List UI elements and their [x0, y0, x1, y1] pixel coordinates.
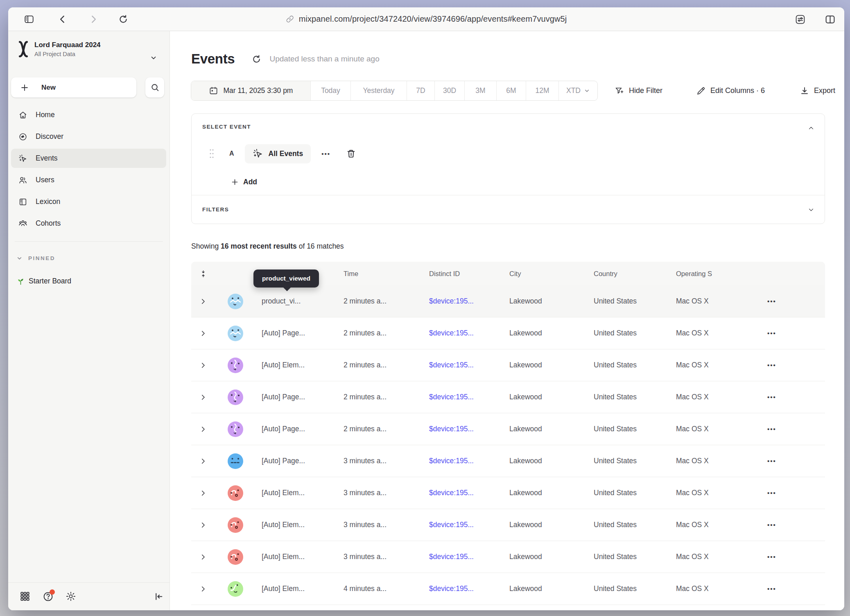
event-name[interactable]: [Auto] Elem... [262, 584, 344, 593]
hide-filter-button[interactable]: Hide Filter [615, 81, 662, 101]
table-row[interactable]: [Auto] Page... 2 minutes a... $device:19… [191, 413, 825, 445]
distinct-id-link[interactable]: $device:195... [429, 329, 509, 337]
sidebar-item-events[interactable]: Events [11, 149, 166, 168]
col-country[interactable]: Country [594, 270, 676, 278]
clause-more-button[interactable]: ••• [321, 150, 330, 157]
col-distinct-id[interactable]: Distinct ID [429, 270, 509, 278]
preset-xtd[interactable]: XTD [559, 81, 597, 100]
preset-30d[interactable]: 30D [435, 81, 465, 100]
country-cell: United States [594, 553, 676, 561]
export-button[interactable]: Export [800, 81, 835, 101]
row-more-button[interactable]: ••• [767, 426, 825, 433]
help-button[interactable] [42, 590, 54, 602]
col-city[interactable]: City [509, 270, 594, 278]
table-row[interactable]: [Auto] Elem... 4 minutes a... $device:19… [191, 573, 825, 605]
row-more-button[interactable]: ••• [767, 553, 825, 560]
chevron-down-icon[interactable] [807, 206, 815, 213]
search-button[interactable] [145, 77, 164, 97]
expand-row-button[interactable] [191, 426, 221, 433]
preset-6m[interactable]: 6M [497, 81, 526, 100]
distinct-id-link[interactable]: $device:195... [429, 361, 509, 369]
expand-row-button[interactable] [191, 457, 221, 465]
event-name[interactable]: [Auto] Elem... [262, 489, 344, 497]
collapse-all-icon[interactable] [191, 270, 221, 278]
row-more-button[interactable]: ••• [767, 585, 825, 592]
row-more-button[interactable]: ••• [767, 521, 825, 528]
distinct-id-link[interactable]: $device:195... [429, 553, 509, 561]
event-name[interactable]: [Auto] Elem... [262, 361, 344, 369]
add-event-button[interactable]: Add [231, 178, 268, 186]
event-name[interactable]: [Auto] Elem... [262, 521, 344, 529]
sidebar-item-cohorts[interactable]: Cohorts [11, 214, 166, 233]
new-button[interactable]: New [11, 77, 136, 97]
preset-3m[interactable]: 3M [465, 81, 497, 100]
event-name[interactable]: [Auto] Page... [262, 457, 344, 465]
distinct-id-link[interactable]: $device:195... [429, 393, 509, 401]
apps-grid-button[interactable] [19, 590, 31, 602]
table-row[interactable]: [Auto] Page... 2 minutes a... $device:19… [191, 317, 825, 349]
address-bar[interactable]: mixpanel.com/project/3472420/view/397469… [286, 7, 567, 31]
expand-row-button[interactable] [191, 585, 221, 593]
expand-row-button[interactable] [191, 394, 221, 401]
split-view-button[interactable] [824, 13, 836, 25]
settings-button[interactable] [65, 590, 77, 602]
sidebar-item-users[interactable]: Users [11, 170, 166, 190]
col-os[interactable]: Operating S [676, 270, 767, 278]
drag-handle-icon[interactable] [209, 148, 215, 159]
distinct-id-link[interactable]: $device:195... [429, 457, 509, 465]
event-name[interactable]: product_vi... [262, 297, 344, 306]
sidebar-item-lexicon[interactable]: Lexicon [11, 192, 166, 211]
sidebar-item-home[interactable]: Home [11, 105, 166, 125]
table-row[interactable]: [Auto] Elem... 2 minutes a... $device:19… [191, 349, 825, 381]
event-name[interactable]: [Auto] Page... [262, 425, 344, 433]
sidebar-item-discover[interactable]: Discover [11, 127, 166, 146]
distinct-id-link[interactable]: $device:195... [429, 584, 509, 593]
distinct-id-link[interactable]: $device:195... [429, 521, 509, 529]
sidebar-item-starter-board[interactable]: Starter Board [16, 277, 71, 285]
chevron-up-icon[interactable] [807, 125, 815, 132]
distinct-id-link[interactable]: $device:195... [429, 425, 509, 433]
row-more-button[interactable]: ••• [767, 489, 825, 496]
reload-button[interactable] [117, 13, 129, 25]
row-more-button[interactable]: ••• [767, 362, 825, 369]
edit-columns-button[interactable]: Edit Columns · 6 [696, 81, 765, 101]
page-settings-button[interactable] [794, 13, 806, 25]
preset-today[interactable]: Today [311, 81, 351, 100]
col-time[interactable]: Time [344, 270, 429, 278]
event-name[interactable]: [Auto] Page... [262, 393, 344, 401]
preset-yesterday[interactable]: Yesterday [351, 81, 407, 100]
event-name[interactable]: [Auto] Page... [262, 329, 344, 337]
back-button[interactable] [57, 13, 69, 25]
distinct-id-link[interactable]: $device:195... [429, 297, 509, 306]
table-row[interactable] [191, 605, 825, 610]
filters-section[interactable]: FILTERS [192, 195, 825, 224]
expand-row-button[interactable] [191, 521, 221, 529]
row-more-button[interactable]: ••• [767, 394, 825, 401]
preset-7d[interactable]: 7D [407, 81, 435, 100]
refresh-button[interactable] [251, 54, 262, 64]
browser-sidebar-toggle-button[interactable] [23, 13, 35, 25]
project-switcher[interactable]: Lord Farquaad 2024 All Project Data [17, 40, 165, 58]
collapse-sidebar-button[interactable] [152, 590, 165, 602]
expand-row-button[interactable] [191, 330, 221, 337]
event-name[interactable]: [Auto] Elem... [262, 553, 344, 561]
table-row[interactable]: [Auto] Elem... 3 minutes a... $device:19… [191, 541, 825, 573]
expand-row-button[interactable] [191, 489, 221, 497]
row-more-button[interactable]: ••• [767, 457, 825, 464]
table-row[interactable]: [Auto] Elem... 3 minutes a... $device:19… [191, 477, 825, 509]
expand-row-button[interactable] [191, 362, 221, 369]
date-value-segment[interactable]: Mar 11, 2025 3:30 pm [191, 81, 311, 100]
trash-icon[interactable] [346, 149, 356, 159]
table-row[interactable]: [Auto] Elem... 3 minutes a... $device:19… [191, 509, 825, 541]
forward-button[interactable] [87, 13, 99, 25]
expand-row-button[interactable] [191, 553, 221, 561]
distinct-id-link[interactable]: $device:195... [429, 489, 509, 497]
row-more-button[interactable]: ••• [767, 298, 825, 305]
table-row[interactable]: [Auto] Page... 2 minutes a... $device:19… [191, 381, 825, 413]
table-row[interactable]: [Auto] Page... 3 minutes a... $device:19… [191, 445, 825, 477]
event-selector-chip[interactable]: All Events [245, 144, 311, 163]
expand-row-button[interactable] [191, 298, 221, 305]
preset-12m[interactable]: 12M [526, 81, 559, 100]
row-more-button[interactable]: ••• [767, 330, 825, 337]
pinned-section-header[interactable]: PINNED [16, 255, 55, 261]
